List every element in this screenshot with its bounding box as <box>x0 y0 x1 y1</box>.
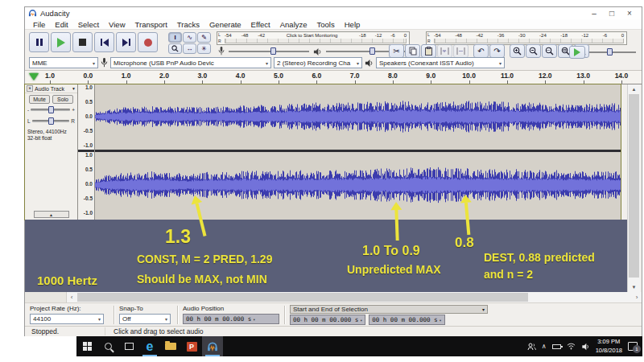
audio-position-counter[interactable]: 00 h 00 m 00.000 s▾ <box>183 314 279 324</box>
toolbar-dock: I ∿ ✎ ↔ ✳ LR -54-48-42 Click to Start Mo… <box>25 30 642 71</box>
zoom-tool-button[interactable] <box>168 43 182 54</box>
recording-meter[interactable]: LR -54-48-42 Click to Start Monitoring -… <box>217 31 410 45</box>
time-shift-tool-button[interactable]: ↔ <box>183 43 196 54</box>
meter-tick-label: -6 <box>603 33 607 38</box>
redo-button[interactable]: ↷ <box>489 44 505 58</box>
play-at-speed-button[interactable] <box>569 46 585 59</box>
menu-item[interactable]: Effect <box>246 20 275 29</box>
audio-host-dropdown[interactable]: MME▾ <box>29 57 98 68</box>
wifi-icon[interactable] <box>567 343 576 350</box>
file-explorer-taskbar-button[interactable] <box>160 336 181 356</box>
zoom-in-button[interactable] <box>510 44 525 58</box>
stop-button[interactable] <box>72 32 93 52</box>
record-button[interactable] <box>138 32 158 52</box>
play-button[interactable] <box>51 32 71 52</box>
taskbar-clock[interactable]: 3:09 PM 10/8/2018 <box>596 338 622 354</box>
pause-icon <box>36 39 43 46</box>
menu-item[interactable]: Transport <box>130 20 172 29</box>
vertical-scale-ruler[interactable]: 1.00.50.0-0.5-1.0 1.00.50.0-0.5-1.0 <box>78 84 95 220</box>
menu-item[interactable]: Tools <box>312 20 340 29</box>
menu-item[interactable]: File <box>28 20 50 29</box>
selection-start-counter[interactable]: 00 h 00 m 00.000 s▾ <box>290 315 365 325</box>
scroll-right-arrow[interactable]: › <box>632 292 642 302</box>
meter-tick-label: -42 <box>476 33 483 38</box>
playback-speed-slider[interactable] <box>588 47 638 58</box>
timeline-tick-label: 14.0 <box>609 72 634 80</box>
start-button[interactable] <box>76 336 97 356</box>
trim-audio-button[interactable] <box>437 44 452 58</box>
track-close-button[interactable]: × <box>27 85 33 92</box>
selection-end-counter[interactable]: 00 h 00 m 00.000 s▾ <box>369 315 444 325</box>
undo-button[interactable]: ↶ <box>473 44 489 58</box>
monitoring-hint[interactable]: Click to Start Monitoring <box>265 33 359 38</box>
chevron-up-icon[interactable]: ∧ <box>542 343 547 350</box>
volume-icon[interactable] <box>581 343 590 351</box>
selection-mode-dropdown[interactable]: Start and End of Selection▾ <box>290 305 488 314</box>
powerpoint-taskbar-button[interactable]: P <box>181 336 202 356</box>
timeline-ruler[interactable]: 1.00.01.02.03.04.05.06.07.08.09.010.011.… <box>25 71 642 84</box>
skip-to-start-button[interactable] <box>94 32 114 52</box>
playback-meter[interactable]: LR -54-48-42-36-30-24-18-12-60 <box>426 31 627 45</box>
skip-to-end-icon <box>122 39 130 47</box>
notification-icon[interactable]: 1 <box>628 342 638 351</box>
menu-item[interactable]: Analyze <box>275 20 312 29</box>
vertical-scrollbar[interactable]: ▲ ▼ <box>627 84 640 292</box>
recording-device-dropdown[interactable]: Microphone (USB PnP Audio Devic▾ <box>110 57 271 68</box>
meter-tick-label: -6 <box>390 33 394 38</box>
pencil-icon: ✎ <box>201 34 207 41</box>
track-name[interactable]: Audio Track <box>35 86 70 92</box>
timeline-tick-label: 6.0 <box>304 72 328 80</box>
close-button[interactable]: × <box>621 7 638 19</box>
snap-to-dropdown[interactable]: Off▾ <box>119 314 171 324</box>
recording-channels-dropdown[interactable]: 2 (Stereo) Recording Cha▾ <box>274 57 362 68</box>
track-collapse-button[interactable]: ▲ <box>34 211 69 218</box>
pause-button[interactable] <box>29 32 49 52</box>
track-menu-dropdown[interactable]: ▼ <box>72 86 76 91</box>
pan-slider[interactable] <box>32 120 70 122</box>
menu-item[interactable]: Edit <box>50 20 72 29</box>
vertical-scroll-thumb[interactable] <box>629 94 639 278</box>
maximize-button[interactable]: □ <box>603 7 621 19</box>
cut-button[interactable]: ✂ <box>389 44 404 58</box>
menu-item[interactable]: Select <box>73 20 104 29</box>
meter-tick-label: -54 <box>225 33 232 38</box>
fit-selection-button[interactable] <box>542 44 557 58</box>
scale-label: -1.0 <box>84 211 93 216</box>
scroll-up-arrow[interactable]: ▲ <box>628 84 640 94</box>
people-icon[interactable] <box>527 343 536 351</box>
silence-audio-button[interactable] <box>453 44 469 58</box>
skip-to-end-button[interactable] <box>116 32 136 52</box>
selection-tool-button[interactable]: I <box>168 32 182 43</box>
audacity-taskbar-button[interactable] <box>202 336 223 356</box>
copy-button[interactable] <box>405 44 420 58</box>
chevron-down-icon: ▾ <box>266 60 268 66</box>
minimize-button[interactable]: – <box>585 7 603 19</box>
solo-button[interactable]: Solo <box>52 95 73 104</box>
mute-button[interactable]: Mute <box>29 95 50 104</box>
horizontal-scrollbar[interactable]: ‹ › <box>25 292 642 302</box>
draw-tool-button[interactable]: ✎ <box>197 32 211 43</box>
menu-item[interactable]: Help <box>340 20 365 29</box>
battery-icon[interactable] <box>552 344 561 349</box>
zoom-out-button[interactable] <box>526 44 541 58</box>
recording-volume-slider[interactable] <box>227 46 311 57</box>
title-bar[interactable]: Audacity – □ × <box>25 7 642 19</box>
timeline-tick-label: 13.0 <box>572 72 596 80</box>
task-view-button[interactable] <box>118 336 139 356</box>
paste-button[interactable] <box>421 44 436 58</box>
envelope-tool-button[interactable]: ∿ <box>183 32 196 43</box>
playback-device-dropdown[interactable]: Speakers (Conexant ISST Audio)▾ <box>376 57 505 68</box>
menu-item[interactable]: Tracks <box>172 20 204 29</box>
speaker-icon <box>365 59 374 68</box>
edge-taskbar-button[interactable]: e <box>139 336 160 356</box>
menu-item[interactable]: View <box>104 20 130 29</box>
multi-tool-button[interactable]: ✳ <box>197 43 211 54</box>
gain-slider[interactable] <box>31 109 70 111</box>
search-button[interactable] <box>97 336 118 356</box>
waveform-display[interactable] <box>95 84 621 220</box>
scroll-down-arrow[interactable]: ▼ <box>628 282 640 292</box>
menu-item[interactable]: Generate <box>204 20 246 29</box>
horizontal-scroll-thumb[interactable] <box>77 293 528 302</box>
project-rate-dropdown[interactable]: 44100▾ <box>30 314 104 324</box>
scroll-left-arrow[interactable]: ‹ <box>67 292 76 302</box>
